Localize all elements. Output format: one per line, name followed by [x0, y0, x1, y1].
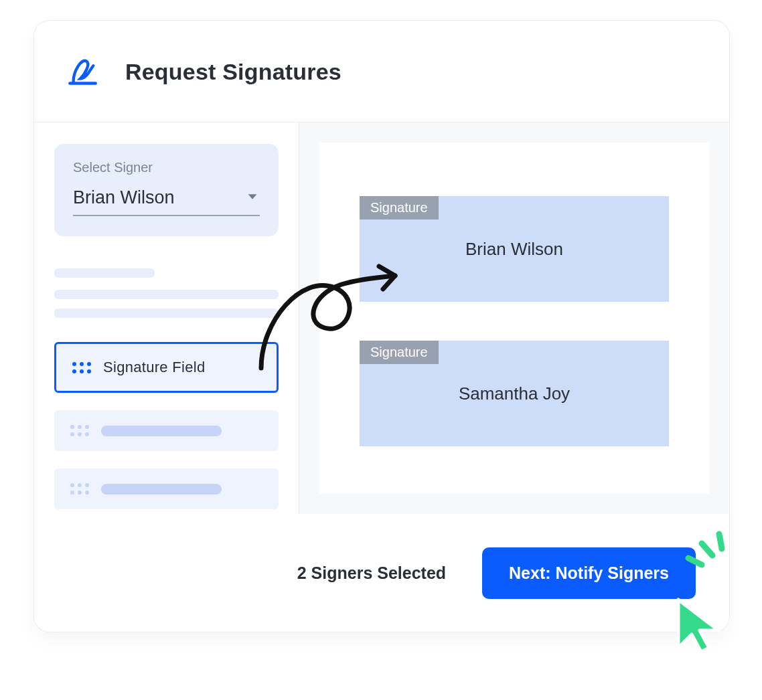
document-area: Signature Brian Wilson Signature Samanth… — [299, 122, 729, 514]
signature-box[interactable]: Signature Brian Wilson — [360, 196, 669, 302]
modal-footer: 2 Signers Selected Next: Notify Signers — [34, 514, 729, 632]
select-signer-label: Select Signer — [73, 160, 260, 175]
drag-handle-icon — [72, 362, 91, 373]
modal-title: Request Signatures — [125, 59, 341, 85]
modal-header: Request Signatures — [34, 21, 729, 122]
field-palette: Signature Field — [54, 342, 279, 509]
sidebar-placeholder-block — [54, 268, 279, 318]
signer-count-status: 2 Signers Selected — [297, 563, 446, 583]
placeholder-line — [101, 484, 222, 495]
field-placeholder[interactable] — [54, 410, 279, 451]
signature-box-name: Brian Wilson — [360, 196, 669, 302]
modal-card: Request Signatures Select Signer Brian W… — [33, 20, 730, 632]
placeholder-line — [101, 426, 222, 436]
field-signature-label: Signature Field — [103, 359, 205, 376]
drag-handle-icon — [70, 483, 89, 495]
signature-box[interactable]: Signature Samantha Joy — [360, 341, 669, 446]
document-canvas[interactable]: Signature Brian Wilson Signature Samanth… — [319, 143, 709, 494]
select-signer-value: Brian Wilson — [73, 187, 175, 208]
field-signature[interactable]: Signature Field — [54, 342, 279, 393]
sidebar: Select Signer Brian Wilson — [34, 122, 299, 514]
signature-box-name: Samantha Joy — [360, 341, 669, 446]
placeholder-line — [54, 309, 279, 318]
signature-logo-icon — [66, 53, 104, 90]
next-notify-button[interactable]: Next: Notify Signers — [482, 547, 696, 599]
chevron-down-icon — [245, 189, 260, 207]
placeholder-line — [54, 290, 279, 299]
select-signer-panel: Select Signer Brian Wilson — [54, 144, 279, 236]
field-placeholder[interactable] — [54, 468, 279, 509]
drag-handle-icon — [70, 425, 89, 436]
placeholder-line — [54, 268, 155, 278]
select-signer-dropdown[interactable]: Brian Wilson — [73, 183, 260, 216]
